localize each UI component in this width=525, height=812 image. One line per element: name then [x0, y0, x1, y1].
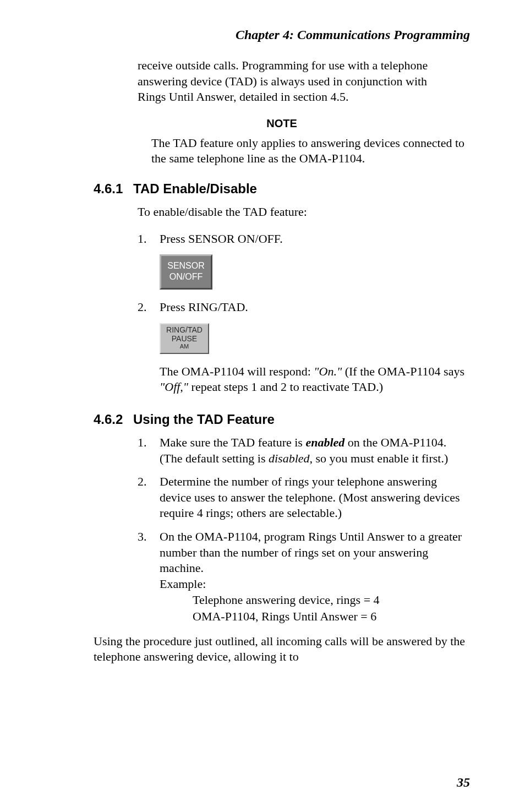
step-number: 3. [138, 529, 160, 625]
button-label-line1: RING/TAD [161, 325, 208, 334]
step-text: Press RING/TAD. [160, 299, 470, 315]
step-number: 1. [138, 435, 160, 466]
ring-tad-button: RING/TAD PAUSE AM [160, 323, 209, 354]
example-line: Telephone answering device, rings = 4 [160, 592, 470, 608]
note-heading: NOTE [94, 117, 470, 130]
button-label-line2: PAUSE [161, 334, 208, 343]
step-number: 1. [138, 231, 160, 247]
page-number: 35 [457, 775, 470, 790]
button-label-line3: AM [161, 343, 208, 350]
section-heading-461: 4.6.1TAD Enable/Disable [94, 181, 470, 197]
section-number: 4.6.1 [94, 181, 133, 197]
section-intro: To enable/disable the TAD feature: [138, 204, 470, 220]
intro-paragraph: receive outside calls. Programming for u… [94, 58, 470, 105]
chapter-title: Chapter 4: Communications Programming [94, 28, 470, 42]
section-title: Using the TAD Feature [133, 412, 275, 427]
step-text: Make sure the TAD feature is enabled on … [160, 435, 470, 466]
step-text: Determine the number of rings your telep… [160, 474, 470, 521]
section-number: 4.6.2 [94, 412, 133, 427]
step-number: 2. [138, 474, 160, 521]
response-text: The OMA-P1104 will respond: "On." (If th… [160, 364, 470, 395]
step-text: On the OMA-P1104, program Rings Until An… [160, 529, 470, 625]
example-line: OMA-P1104, Rings Until Answer = 6 [160, 608, 470, 625]
button-label-line1: SENSOR [161, 260, 211, 271]
note-body: The TAD feature only applies to answerin… [151, 135, 470, 167]
step-text: Press SENSOR ON/OFF. [160, 231, 470, 247]
example-label: Example: [160, 576, 470, 592]
section-title: TAD Enable/Disable [133, 181, 257, 196]
section-heading-462: 4.6.2Using the TAD Feature [94, 412, 470, 427]
sensor-onoff-button: SENSOR ON/OFF [160, 254, 212, 290]
button-label-line2: ON/OFF [161, 271, 211, 282]
step-number: 2. [138, 299, 160, 315]
closing-paragraph: Using the procedure just outlined, all i… [94, 634, 470, 665]
